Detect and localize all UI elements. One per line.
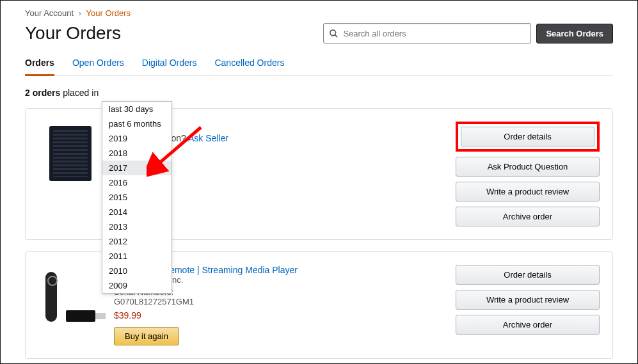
product-thumbnail[interactable] [38, 122, 102, 186]
filter-option[interactable]: last 30 days [102, 102, 171, 116]
filter-option[interactable]: 2015 [102, 190, 171, 205]
buy-it-again-button[interactable]: Buy it again [114, 327, 179, 345]
search-icon [329, 29, 339, 38]
tab-cancelled-orders[interactable]: Cancelled Orders [214, 58, 284, 75]
filter-option[interactable]: 2009 [102, 278, 171, 293]
filter-option[interactable]: 2012 [102, 234, 171, 249]
tab-orders[interactable]: Orders [25, 58, 54, 76]
filter-option[interactable]: 2010 [102, 264, 171, 278]
order-details-button[interactable]: Order details [461, 127, 594, 146]
product-thumbnail[interactable] [38, 265, 102, 329]
page-title: Your Orders [25, 23, 121, 44]
product-price: $39.99 [114, 310, 444, 320]
filter-option[interactable]: past 6 months [102, 116, 171, 131]
filter-option[interactable]: 2018 [102, 146, 171, 161]
write-a-product-review-button[interactable]: Write a product review [456, 182, 600, 202]
svg-line-1 [335, 35, 338, 37]
tab-digital-orders[interactable]: Digital Orders [142, 58, 197, 75]
filter-option[interactable]: 2013 [102, 219, 171, 234]
search-input-wrapper[interactable] [323, 23, 531, 44]
order-tabs: OrdersOpen OrdersDigital OrdersCancelled… [25, 58, 613, 76]
order-count: 2 orders [25, 88, 60, 98]
ask-product-question-button[interactable]: Ask Product Question [456, 157, 600, 177]
filter-option[interactable]: 2019 [102, 131, 171, 146]
time-filter-dropdown[interactable]: last 30 dayspast 6 months201920182017201… [102, 101, 172, 294]
filter-option[interactable]: 2016 [102, 175, 171, 190]
write-a-product-review-button[interactable]: Write a product review [456, 290, 600, 310]
breadcrumb: Your Account › Your Orders [25, 8, 613, 18]
filter-option[interactable]: 2011 [102, 249, 171, 264]
breadcrumb-current: Your Orders [86, 8, 131, 18]
breadcrumb-separator: › [79, 8, 81, 18]
order-details-button[interactable]: Order details [456, 265, 600, 285]
breadcrumb-root[interactable]: Your Account [25, 8, 74, 18]
svg-point-0 [330, 29, 336, 35]
filter-option[interactable]: 2017 [102, 161, 171, 175]
order-count-suffix: placed in [60, 88, 99, 98]
highlighted-action: Order details [456, 122, 600, 152]
order-actions: Order detailsAsk Product QuestionWrite a… [456, 122, 600, 226]
archive-order-button[interactable]: Archive order [456, 207, 600, 226]
serial-value: G070L81272571GM1 [114, 297, 444, 306]
ask-seller-link[interactable]: Ask Seller [188, 133, 228, 143]
order-actions: Order detailsWrite a product reviewArchi… [456, 265, 600, 345]
order-count-line: 2 orders placed in [25, 88, 613, 98]
archive-order-button[interactable]: Archive order [456, 315, 600, 335]
search-input[interactable] [342, 28, 525, 39]
tab-open-orders[interactable]: Open Orders [72, 58, 124, 75]
filter-option[interactable]: 2014 [102, 205, 171, 219]
search-orders-button[interactable]: Search Orders [536, 24, 613, 44]
